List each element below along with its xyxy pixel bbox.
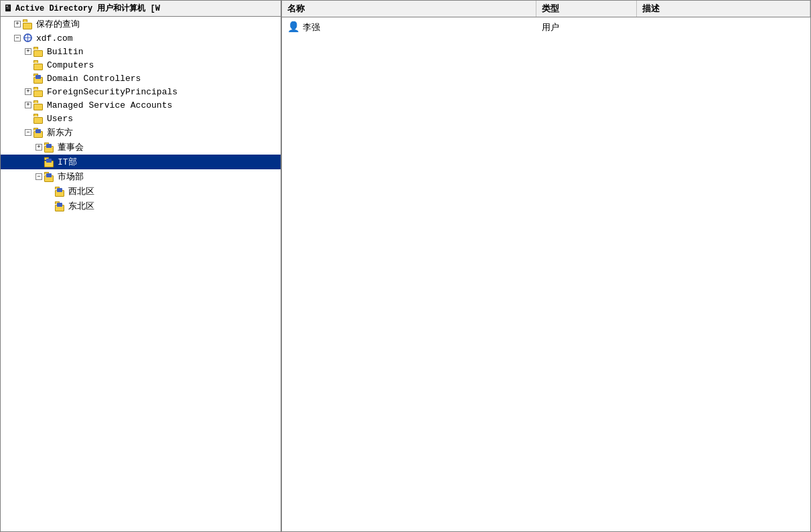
folder-icon-dongshihui xyxy=(44,142,55,153)
expand-xindongfang[interactable]: − xyxy=(25,129,31,136)
tree-item-managed-service[interactable]: + Managed Service Accounts xyxy=(1,98,281,112)
expand-managed[interactable]: + xyxy=(25,102,31,108)
tree-panel: 🖥 Active Directory 用户和计算机 [W + 保存的查询 − xyxy=(1,1,282,531)
expand-saved-queries[interactable]: + xyxy=(14,21,21,27)
no-expand-dc xyxy=(25,75,31,82)
expand-market[interactable]: − xyxy=(35,173,42,180)
col-header-desc[interactable]: 描述 xyxy=(637,1,810,17)
users-label: Users xyxy=(47,114,73,124)
saved-queries-label: 保存的查询 xyxy=(36,18,80,30)
right-content: 👤 李强 用户 xyxy=(282,17,810,37)
right-panel: 名称 类型 描述 👤 李强 用户 xyxy=(282,1,810,531)
tree-item-dongbei[interactable]: 东北区 xyxy=(1,199,281,213)
builtin-label: Builtin xyxy=(47,47,84,57)
cell-name: 👤 李强 xyxy=(282,19,536,35)
tree-item-xindongfang[interactable]: − 新东方 xyxy=(1,125,281,140)
folder-icon-xindongfang xyxy=(33,127,44,138)
no-expand-dongbei xyxy=(46,203,53,209)
tree-item-users[interactable]: Users xyxy=(1,112,281,125)
tree-title-row: 🖥 Active Directory 用户和计算机 [W xyxy=(1,1,281,17)
user-type-label: 用户 xyxy=(542,23,559,33)
folder-icon-it xyxy=(44,157,55,167)
folder-icon-xibei xyxy=(55,186,66,197)
folder-icon xyxy=(23,19,33,29)
computers-label: Computers xyxy=(47,60,94,70)
folder-icon-market xyxy=(44,171,55,182)
col-header-name[interactable]: 名称 xyxy=(282,1,536,17)
folder-icon-builtin xyxy=(33,46,44,57)
domain-icon xyxy=(23,33,33,43)
tree-item-computers[interactable]: Computers xyxy=(1,58,281,72)
folder-icon-dc xyxy=(33,73,44,84)
tree-item-saved-queries[interactable]: + 保存的查询 xyxy=(1,17,281,31)
tree-item-foreign-security[interactable]: + ForeignSecurityPrincipals xyxy=(1,85,281,98)
tree-item-xdf-com[interactable]: − xdf.com xyxy=(1,31,281,45)
no-expand-computers xyxy=(25,62,31,68)
folder-icon-foreign xyxy=(33,86,44,97)
tree-item-xibei[interactable]: 西北区 xyxy=(1,184,281,199)
tree-item-it-dept[interactable]: IT部 xyxy=(1,155,281,169)
tree-title: Active Directory 用户和计算机 [W xyxy=(15,3,160,14)
expand-dongshihui[interactable]: + xyxy=(35,144,42,151)
dongbei-label: 东北区 xyxy=(68,200,94,212)
tree-item-market-dept[interactable]: − 市场部 xyxy=(1,169,281,184)
xibei-label: 西北区 xyxy=(68,185,94,197)
folder-icon-computers xyxy=(33,60,44,70)
folder-icon-dongbei xyxy=(55,201,66,211)
dongshihui-label: 董事会 xyxy=(58,141,84,153)
managed-label: Managed Service Accounts xyxy=(47,100,172,110)
tree-root: + 保存的查询 − xyxy=(1,17,281,213)
expand-foreign[interactable]: + xyxy=(25,88,31,95)
folder-icon-managed xyxy=(33,100,44,110)
main-window: 🖥 Active Directory 用户和计算机 [W + 保存的查询 − xyxy=(0,0,811,532)
cell-desc xyxy=(637,26,810,29)
cell-type: 用户 xyxy=(536,20,637,35)
xdf-com-label: xdf.com xyxy=(36,33,73,43)
no-expand-it xyxy=(35,159,42,165)
expand-builtin[interactable]: + xyxy=(25,48,31,55)
folder-icon-users xyxy=(33,113,44,124)
tree-item-dongshihui[interactable]: + 董事会 xyxy=(1,140,281,155)
market-dept-label: 市场部 xyxy=(58,171,84,183)
tree-item-builtin[interactable]: + Builtin xyxy=(1,45,281,58)
tree-item-domain-controllers[interactable]: Domain Controllers xyxy=(1,72,281,85)
expand-xdf-com[interactable]: − xyxy=(14,35,21,41)
no-expand-users xyxy=(25,115,31,122)
xindongfang-label: 新东方 xyxy=(47,126,73,139)
col-header-type[interactable]: 类型 xyxy=(536,1,637,17)
it-dept-label: IT部 xyxy=(58,156,77,168)
table-row[interactable]: 👤 李强 用户 xyxy=(282,17,810,37)
user-icon: 👤 xyxy=(287,21,300,33)
no-expand-xibei xyxy=(46,188,53,195)
dc-label: Domain Controllers xyxy=(47,74,141,84)
column-headers: 名称 类型 描述 xyxy=(282,1,810,17)
user-name-label: 李强 xyxy=(303,21,320,33)
foreign-label: ForeignSecurityPrincipals xyxy=(47,87,177,97)
